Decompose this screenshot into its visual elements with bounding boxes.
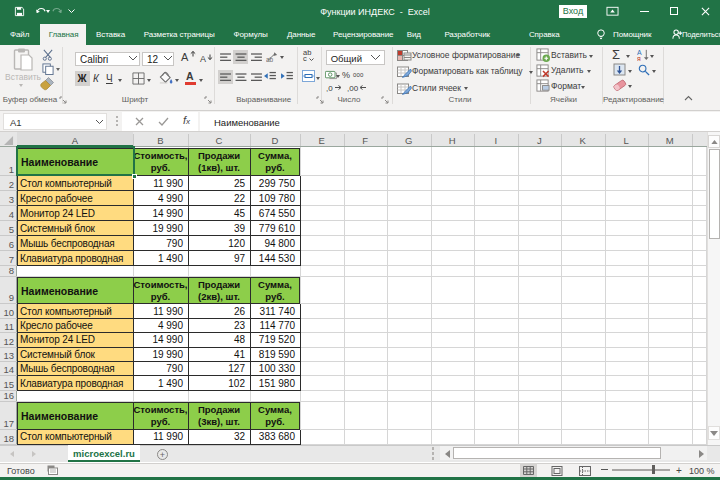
svg-text:я: я [637, 55, 641, 61]
svg-text:ab: ab [266, 56, 274, 63]
